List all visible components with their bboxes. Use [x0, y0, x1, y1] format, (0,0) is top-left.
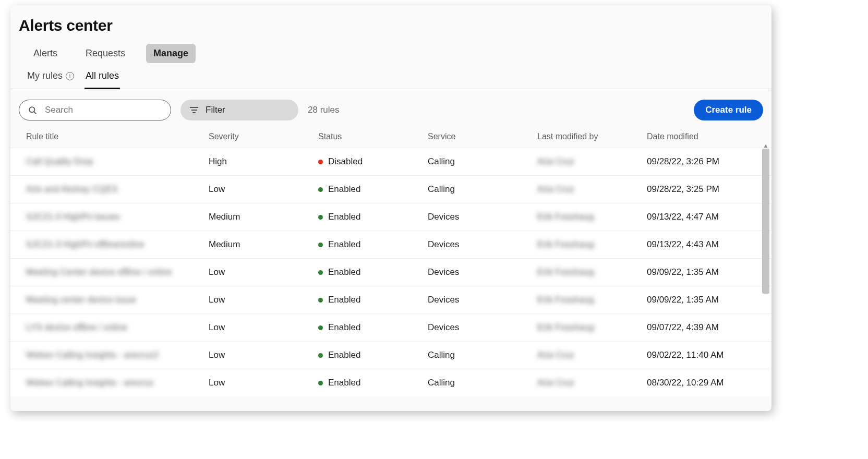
cell-status: Enabled: [318, 322, 428, 333]
cell-last-modified-by: Aria Cruz: [537, 184, 647, 195]
cell-last-modified-by: Aria Cruz: [537, 156, 647, 167]
table-row[interactable]: SJC21-3 HighPri offline/onlineMediumEnab…: [10, 231, 771, 258]
cell-severity: Low: [209, 378, 318, 388]
table-row[interactable]: Arlo and Akshay CQESLowEnabledCallingAri…: [10, 175, 771, 203]
cell-date-modified: 09/07/22, 4:39 AM: [647, 322, 756, 333]
cell-last-modified-by: Erik Fosshaug: [537, 212, 647, 222]
cell-rule-title: LYS device offline / online: [26, 322, 209, 333]
cell-date-modified: 09/09/22, 1:35 AM: [647, 295, 756, 305]
svg-line-1: [34, 112, 36, 114]
table-row[interactable]: SJC21-3 HighPri issuesMediumEnabledDevic…: [10, 203, 771, 231]
table-row[interactable]: Call Quality DropHighDisabledCallingAria…: [10, 148, 771, 175]
scrollbar-thumb[interactable]: [762, 149, 769, 294]
cell-severity: Medium: [209, 212, 318, 222]
toolbar: Filter 28 rules Create rule: [10, 89, 771, 127]
table-row[interactable]: Meeting Center device offline / onlineLo…: [10, 258, 771, 286]
cell-service: Devices: [428, 295, 537, 305]
cell-service: Calling: [428, 350, 537, 360]
cell-status: Enabled: [318, 378, 428, 388]
cell-date-modified: 09/28/22, 3:26 PM: [647, 156, 756, 167]
table-row[interactable]: LYS device offline / onlineLowEnabledDev…: [10, 313, 771, 341]
cell-service: Devices: [428, 239, 537, 250]
col-severity[interactable]: Severity: [209, 132, 318, 141]
cell-last-modified-by: Erik Fosshaug: [537, 239, 647, 250]
cell-last-modified-by: Erik Fosshaug: [537, 295, 647, 305]
status-dot-icon: [318, 325, 323, 330]
cell-rule-title: SJC21-3 HighPri issues: [26, 212, 209, 222]
cell-date-modified: 09/09/22, 1:35 AM: [647, 267, 756, 277]
table-body[interactable]: Call Quality DropHighDisabledCallingAria…: [10, 148, 771, 394]
page-title: Alerts center: [10, 5, 771, 44]
col-rule-title[interactable]: Rule title: [26, 132, 209, 141]
search-input[interactable]: [44, 104, 162, 116]
cell-date-modified: 09/02/22, 11:40 AM: [647, 350, 756, 360]
cell-severity: Medium: [209, 239, 318, 250]
cell-status: Enabled: [318, 267, 428, 277]
cell-service: Calling: [428, 378, 537, 388]
cell-status: Enabled: [318, 350, 428, 360]
cell-rule-title: Meeting Center device offline / online: [26, 267, 209, 277]
cell-rule-title: SJC21-3 HighPri offline/online: [26, 239, 209, 250]
status-label: Enabled: [328, 295, 360, 305]
cell-rule-title: Webex Calling Insights - arecruz: [26, 378, 209, 388]
tab-alerts[interactable]: Alerts: [26, 44, 65, 63]
tabs-secondary: My rules i All rules: [10, 70, 771, 89]
status-label: Enabled: [328, 350, 360, 360]
table-row[interactable]: Webex Calling Insights - arecruzLowEnabl…: [10, 369, 771, 396]
cell-severity: Low: [209, 295, 318, 305]
cell-date-modified: 08/30/22, 10:29 AM: [647, 378, 756, 388]
status-label: Enabled: [328, 267, 360, 277]
tab-manage[interactable]: Manage: [146, 44, 196, 63]
alerts-center-panel: Alerts center Alerts Requests Manage My …: [10, 5, 771, 411]
cell-status: Enabled: [318, 239, 428, 250]
subtab-label: All rules: [86, 70, 119, 81]
filter-button[interactable]: Filter: [180, 100, 298, 120]
table-row[interactable]: Webex Calling Insights - arecruz2LowEnab…: [10, 341, 771, 369]
info-icon: i: [66, 72, 74, 80]
cell-service: Devices: [428, 267, 537, 277]
search-icon: [28, 105, 38, 115]
create-rule-button[interactable]: Create rule: [694, 100, 763, 120]
status-dot-icon: [318, 187, 323, 192]
subtab-all-rules[interactable]: All rules: [85, 70, 120, 89]
table-header: Rule title Severity Status Service Last …: [10, 127, 771, 148]
col-date-modified[interactable]: Date modified: [647, 132, 756, 141]
filter-label: Filter: [206, 105, 225, 115]
status-dot-icon: [318, 298, 323, 303]
scroll-up-icon: ▲: [762, 142, 769, 149]
cell-rule-title: Webex Calling Insights - arecruz2: [26, 350, 209, 360]
cell-severity: Low: [209, 267, 318, 277]
cell-last-modified-by: Erik Fosshaug: [537, 267, 647, 277]
cell-status: Enabled: [318, 295, 428, 305]
subtab-my-rules[interactable]: My rules i: [26, 70, 75, 89]
cell-rule-title: Meeting center device issue: [26, 295, 209, 305]
status-dot-icon: [318, 353, 323, 358]
tabs-primary: Alerts Requests Manage: [10, 44, 771, 70]
cell-date-modified: 09/13/22, 4:43 AM: [647, 239, 756, 250]
tab-requests[interactable]: Requests: [78, 44, 132, 63]
status-dot-icon: [318, 243, 323, 247]
table-row[interactable]: Meeting center device issueLowEnabledDev…: [10, 286, 771, 313]
cell-status: Disabled: [318, 156, 428, 167]
status-dot-icon: [318, 270, 323, 275]
subtab-label: My rules: [27, 70, 63, 81]
search-box[interactable]: [19, 100, 171, 120]
status-label: Disabled: [328, 156, 363, 167]
cell-service: Calling: [428, 156, 537, 167]
cell-severity: High: [209, 156, 318, 167]
filter-icon: [190, 107, 198, 113]
cell-service: Devices: [428, 322, 537, 333]
cell-service: Calling: [428, 184, 537, 195]
cell-last-modified-by: Erik Fosshaug: [537, 322, 647, 333]
cell-date-modified: 09/28/22, 3:25 PM: [647, 184, 756, 195]
col-last-modified-by[interactable]: Last modified by: [537, 132, 647, 141]
col-status[interactable]: Status: [318, 132, 428, 141]
cell-rule-title: Call Quality Drop: [26, 156, 209, 167]
col-service[interactable]: Service: [428, 132, 537, 141]
status-label: Enabled: [328, 184, 360, 195]
cell-severity: Low: [209, 350, 318, 360]
status-label: Enabled: [328, 212, 360, 222]
cell-severity: Low: [209, 184, 318, 195]
status-label: Enabled: [328, 378, 360, 388]
cell-service: Devices: [428, 212, 537, 222]
